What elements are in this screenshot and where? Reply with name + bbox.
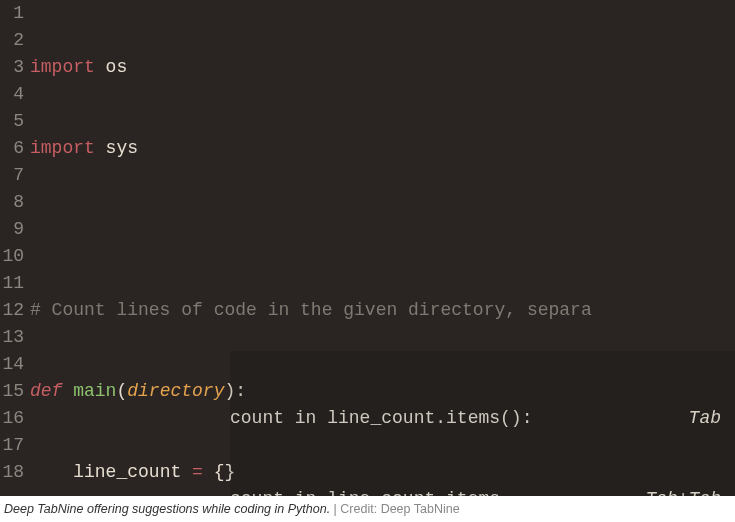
caption-description: Deep TabNine offering suggestions while … [4,502,330,516]
caption-separator: | [330,502,340,516]
line-number: 10 [0,243,24,270]
keyword-import: import [30,138,95,158]
autocomplete-item[interactable]: count in line_count.items Tab+Tab [230,486,735,496]
keyword-def: def [30,381,62,401]
autocomplete-popup[interactable]: count in line_count.items(): Tab count i… [230,351,735,496]
code-line[interactable]: import sys [30,135,735,162]
line-number: 13 [0,324,24,351]
line-number: 15 [0,378,24,405]
line-number: 12 [0,297,24,324]
line-number: 4 [0,81,24,108]
line-number: 6 [0,135,24,162]
module-name: sys [95,138,138,158]
line-number: 2 [0,27,24,54]
line-number: 11 [0,270,24,297]
code-line[interactable] [30,216,735,243]
autocomplete-item[interactable]: count in line_count.items(): Tab [230,405,735,432]
suggestion-text: count in line_count.items [230,486,500,496]
suggestion-text: count in line_count.items(): [230,405,532,432]
line-number-gutter: 1 2 3 4 5 6 7 8 9 10 11 12 13 14 15 16 1… [0,0,30,496]
line-number: 3 [0,54,24,81]
suggestion-shortcut: Tab [689,405,721,432]
suggestion-shortcut: Tab+Tab [645,486,721,496]
code-line[interactable]: import os [30,54,735,81]
operator: = [192,462,203,482]
line-number: 7 [0,162,24,189]
line-number: 14 [0,351,24,378]
caption-credit: Credit: Deep TabNine [340,502,459,516]
image-caption: Deep TabNine offering suggestions while … [0,496,735,522]
code-line[interactable]: # Count lines of code in the given direc… [30,297,735,324]
line-number: 5 [0,108,24,135]
line-number: 8 [0,189,24,216]
line-number: 17 [0,432,24,459]
line-number: 9 [0,216,24,243]
code-editor[interactable]: 1 2 3 4 5 6 7 8 9 10 11 12 13 14 15 16 1… [0,0,735,496]
line-number: 18 [0,459,24,486]
code-area[interactable]: import os import sys # Count lines of co… [30,0,735,496]
function-name: main [62,381,116,401]
keyword-import: import [30,57,95,77]
line-number: 16 [0,405,24,432]
comment: # Count lines of code in the given direc… [30,300,592,320]
parameter: directory [127,381,224,401]
module-name: os [95,57,127,77]
line-number: 1 [0,0,24,27]
